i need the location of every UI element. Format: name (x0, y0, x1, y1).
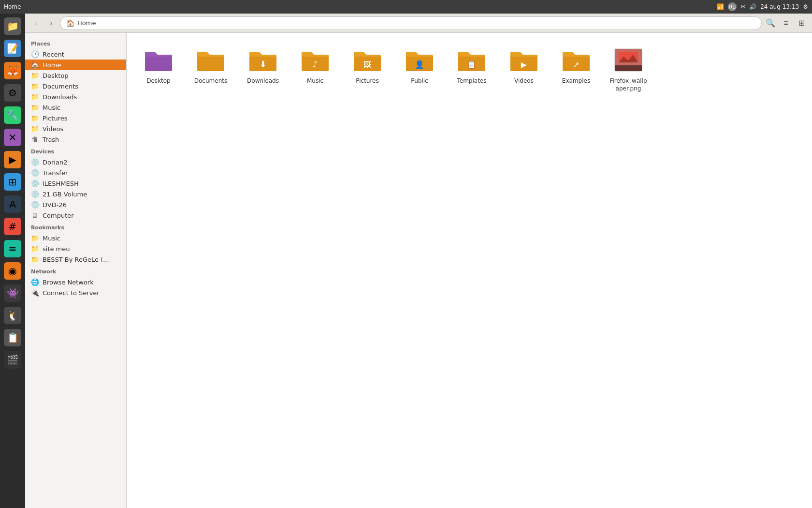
taskbar-item-app5[interactable]: 🔧 (2, 105, 23, 126)
file-item-examples[interactable]: ↗ Examples (552, 41, 600, 96)
sidebar-item-connect-server[interactable]: 🔌 Connect to Server (25, 287, 126, 298)
location-label: Home (77, 19, 96, 27)
sidebar-item-desktop[interactable]: 📁 Desktop (25, 70, 126, 81)
sidebar-item-downloads[interactable]: 📁 Downloads (25, 91, 126, 102)
signal-indicator: 📶 (717, 3, 724, 10)
file-item-pictures[interactable]: 🖼 Pictures (343, 41, 392, 96)
file-manager-window: ‹ › 🏠 Home 🔍 ≡ ⊞ Places 🕐 Recent 🏠 Home … (25, 14, 812, 508)
taskbar-item-app8[interactable]: ⊞ (2, 171, 23, 193)
sidebar-label-pictures: Pictures (43, 115, 120, 122)
taskbar-item-app15[interactable]: 📋 (2, 327, 23, 348)
svg-text:▶: ▶ (521, 60, 527, 69)
volume-icon: 🔊 (749, 3, 756, 10)
taskbar-item-app16[interactable]: 🎬 (2, 349, 23, 371)
view-button[interactable]: ⊞ (795, 16, 808, 30)
file-label-videos: Videos (514, 77, 534, 85)
user-avatar: Ro (728, 2, 737, 11)
device-label-21gb: 21 GB Volume (43, 191, 112, 198)
file-icon-music: ♪ (300, 45, 331, 75)
file-item-templates[interactable]: 📋 Templates (448, 41, 496, 96)
places-header: Places (25, 37, 126, 49)
file-item-firefox-wallpaper[interactable]: Firefox_wallpaper.png (604, 41, 652, 96)
sidebar-item-trash[interactable]: 🗑 Trash (25, 134, 126, 145)
sidebar-label-trash: Trash (43, 136, 120, 143)
sidebar-item-ileshmesh[interactable]: 💿 ILESHMESH ⏏ (25, 178, 126, 189)
email-icon: ✉ (740, 3, 745, 10)
sidebar-icon-trash: 🗑 (31, 135, 39, 143)
taskbar-icon-files: 📁 (4, 17, 21, 35)
svg-text:⬇: ⬇ (259, 59, 266, 69)
sidebar-item-recent[interactable]: 🕐 Recent (25, 49, 126, 60)
sidebar-item-21gb[interactable]: 💿 21 GB Volume ⏏ (25, 189, 126, 199)
taskbar-icon-app4: ⚙ (4, 84, 21, 102)
sidebar-icon-desktop: 📁 (31, 72, 39, 79)
taskbar-item-files[interactable]: 📁 (2, 15, 23, 37)
taskbar-icon-app2: 📝 (4, 40, 21, 57)
device-icon-21gb: 💿 (31, 190, 39, 198)
device-icon-dorian2: 💿 (31, 158, 39, 166)
sidebar-item-music[interactable]: 📁 Music (25, 102, 126, 113)
taskbar-item-app2[interactable]: 📝 (2, 38, 23, 59)
content-area: Places 🕐 Recent 🏠 Home 📁 Desktop 📁 Docum… (25, 33, 812, 508)
file-label-downloads: Downloads (247, 77, 279, 85)
file-label-templates: Templates (457, 77, 486, 85)
taskbar-item-app14[interactable]: 🐧 (2, 305, 23, 326)
bm-label-music-bm: Music (43, 235, 120, 242)
sidebar-label-recent: Recent (43, 51, 120, 58)
taskbar-icon-app12: ◉ (4, 262, 21, 280)
sidebar-item-home[interactable]: 🏠 Home (25, 60, 126, 70)
file-label-documents: Documents (194, 77, 227, 85)
search-button[interactable]: 🔍 (764, 16, 777, 30)
sidebar-label-downloads: Downloads (43, 93, 120, 101)
sidebar-icon-recent: 🕐 (31, 50, 39, 58)
taskbar-item-app7[interactable]: ▶ (2, 149, 23, 170)
file-item-music[interactable]: ♪ Music (291, 41, 339, 96)
back-button[interactable]: ‹ (29, 16, 43, 30)
sidebar-item-dvd26[interactable]: 💿 DVD-26 ⏏ (25, 199, 126, 210)
svg-text:👤: 👤 (415, 60, 424, 69)
sidebar-item-music-bm[interactable]: 📁 Music (25, 233, 126, 243)
taskbar-item-app13[interactable]: 👾 (2, 283, 23, 304)
file-label-music: Music (307, 77, 323, 85)
file-item-documents[interactable]: Documents (187, 41, 235, 96)
sidebar-item-sitemeu[interactable]: 📁 site meu (25, 243, 126, 254)
sidebar-item-computer[interactable]: 🖥 Computer (25, 210, 126, 221)
taskbar-item-app11[interactable]: ≡ (2, 238, 23, 259)
taskbar-icon-app6: ✕ (4, 129, 21, 146)
taskbar-item-app4[interactable]: ⚙ (2, 82, 23, 104)
location-bar[interactable]: 🏠 Home (60, 16, 762, 30)
sidebar-item-videos[interactable]: 📁 Videos (25, 123, 126, 134)
taskbar-item-app12[interactable]: ◉ (2, 260, 23, 282)
taskbar-item-app6[interactable]: ✕ (2, 127, 23, 148)
forward-button[interactable]: › (44, 16, 58, 30)
device-icon-dvd26: 💿 (31, 201, 39, 209)
file-item-public[interactable]: 👤 Public (395, 41, 444, 96)
taskbar: 📁📝🦊⚙🔧✕▶⊞A#≡◉👾🐧📋🎬 (0, 14, 25, 508)
taskbar-item-app9[interactable]: A (2, 194, 23, 215)
sidebar-icon-pictures: 📁 (31, 114, 39, 122)
file-item-downloads[interactable]: ⬇ Downloads (239, 41, 287, 96)
taskbar-item-app10[interactable]: # (2, 216, 23, 237)
net-icon-browse-network: 🌐 (31, 278, 39, 286)
sidebar-item-pictures[interactable]: 📁 Pictures (25, 113, 126, 123)
sidebar-label-videos: Videos (43, 125, 120, 133)
menu-button[interactable]: ≡ (779, 16, 793, 30)
bm-label-sitemeu: site meu (43, 245, 120, 253)
sidebar: Places 🕐 Recent 🏠 Home 📁 Desktop 📁 Docum… (25, 33, 127, 508)
sidebar-label-music: Music (43, 104, 120, 111)
sidebar-label-home: Home (43, 61, 120, 69)
device-icon-computer: 🖥 (31, 211, 39, 219)
sidebar-item-dorian2[interactable]: 💿 Dorian2 ⏏ (25, 157, 126, 167)
sidebar-item-transfer[interactable]: 💿 Transfer ⏏ (25, 167, 126, 178)
sidebar-item-besst[interactable]: 📁 BESST By ReGeLe (... (25, 254, 126, 265)
bookmarks-header: Bookmarks (25, 221, 126, 233)
sidebar-item-documents[interactable]: 📁 Documents (25, 81, 126, 91)
taskbar-item-app3[interactable]: 🦊 (2, 60, 23, 81)
file-item-videos[interactable]: ▶ Videos (500, 41, 548, 96)
settings-icon[interactable]: ⚙ (803, 3, 808, 10)
file-item-desktop[interactable]: Desktop (134, 41, 183, 96)
taskbar-icon-app16: 🎬 (4, 351, 21, 369)
taskbar-icon-app9: A (4, 195, 21, 213)
sidebar-item-browse-network[interactable]: 🌐 Browse Network (25, 277, 126, 287)
taskbar-icon-app13: 👾 (4, 284, 21, 302)
